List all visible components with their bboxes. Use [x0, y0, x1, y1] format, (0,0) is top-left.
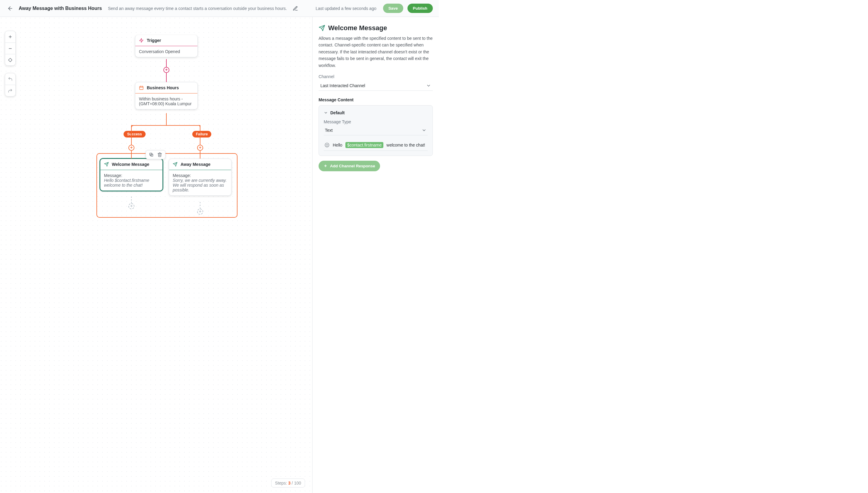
bolt-icon: [139, 38, 144, 43]
undo-icon: [8, 77, 13, 81]
plus-icon: [8, 35, 13, 39]
chevron-down-icon: [324, 111, 328, 115]
svg-point-16: [325, 143, 329, 147]
node-title: Business Hours: [147, 85, 179, 90]
node-message-body: Sorry, we are currently away. We will re…: [173, 178, 227, 192]
topbar: Away Message with Business Hours Send an…: [0, 0, 439, 17]
node-trigger[interactable]: Trigger Conversation Opened: [135, 35, 198, 57]
canvas-wrap: Trigger Conversation Opened + Business H…: [0, 17, 312, 493]
add-step-end-failure-button[interactable]: +: [197, 209, 203, 215]
node-title: Trigger: [147, 38, 161, 43]
add-channel-response-label: Add Channel Response: [330, 164, 375, 168]
send-icon: [173, 162, 178, 167]
node-away-message[interactable]: Away Message Message: Sorry, we are curr…: [169, 158, 231, 196]
history-toolbar: [5, 73, 16, 97]
message-type-label: Message Type: [324, 120, 428, 124]
crosshair-icon: [8, 58, 13, 62]
arrow-left-icon: [7, 5, 13, 12]
steps-current: 3: [288, 480, 291, 486]
channel-select[interactable]: Last Interacted Channel: [318, 81, 433, 91]
node-message-label: Message:: [173, 173, 227, 178]
message-type-value: Text: [325, 128, 333, 133]
branch-success-pill: Success: [124, 131, 146, 137]
add-step-end-success-button[interactable]: +: [128, 203, 134, 209]
send-icon: [104, 162, 109, 167]
publish-button[interactable]: Publish: [407, 4, 433, 13]
plus-icon: [324, 164, 328, 168]
recenter-button[interactable]: [5, 54, 15, 65]
branch-failure-pill: Failure: [192, 131, 211, 137]
add-step-button[interactable]: +: [163, 67, 170, 73]
steps-label: Steps:: [275, 480, 287, 486]
send-icon: [318, 25, 325, 31]
add-channel-response-button[interactable]: Add Channel Response: [318, 161, 380, 171]
node-title: Welcome Message: [112, 162, 149, 167]
msg-suffix: welcome to the chat!: [386, 143, 425, 147]
svg-point-17: [326, 145, 327, 145]
calendar-icon: [139, 85, 144, 90]
svg-rect-10: [139, 86, 143, 89]
inspector-description: Allows a message with the specified cont…: [318, 35, 433, 69]
rename-button[interactable]: [291, 4, 299, 13]
default-label: Default: [330, 110, 344, 115]
redo-button[interactable]: [5, 85, 15, 96]
node-business-hours[interactable]: Business Hours Within business hours - (…: [135, 82, 198, 109]
chevron-down-icon: [426, 83, 431, 88]
workflow-title: Away Message with Business Hours: [19, 6, 102, 11]
chevron-down-icon: [422, 128, 426, 133]
layout: Trigger Conversation Opened + Business H…: [0, 17, 439, 493]
last-updated-status: Last updated a few seconds ago: [315, 6, 376, 11]
minus-icon: [8, 46, 13, 51]
default-toggle[interactable]: Default: [324, 110, 428, 115]
node-body: Within business hours - (GMT+08:00) Kual…: [135, 93, 197, 109]
undo-button[interactable]: [5, 73, 15, 85]
node-message-label: Message:: [104, 173, 159, 178]
inspector-title-row: Welcome Message: [318, 24, 433, 32]
message-type-select[interactable]: Text: [324, 125, 428, 135]
workflow-subtitle: Send an away message every time a contac…: [108, 6, 287, 11]
variable-chip[interactable]: $contact.firstname: [346, 142, 383, 148]
inspector-panel: Welcome Message Allows a message with th…: [312, 17, 439, 493]
back-button[interactable]: [6, 4, 15, 13]
channel-value: Last Interacted Channel: [320, 83, 365, 88]
add-step-success-button[interactable]: +: [128, 145, 134, 151]
steps-sep: /: [292, 480, 293, 486]
steps-badge: Steps: 3 / 100: [271, 478, 305, 488]
duplicate-icon[interactable]: [149, 152, 154, 157]
node-body: Conversation Opened: [135, 46, 197, 57]
zoom-toolbar: [5, 31, 16, 66]
zoom-in-button[interactable]: [5, 31, 15, 43]
message-content-label: Message Content: [318, 98, 433, 102]
inspector-title: Welcome Message: [328, 24, 387, 32]
redo-icon: [8, 88, 13, 93]
pencil-icon: [293, 6, 298, 11]
svg-point-18: [328, 145, 328, 145]
save-button[interactable]: Save: [383, 4, 403, 13]
message-content-card: Default Message Type Text Hello $contact…: [318, 105, 433, 156]
svg-marker-9: [139, 38, 143, 42]
message-text-input[interactable]: Hello $contact.firstname welcome to the …: [324, 140, 428, 151]
zoom-out-button[interactable]: [5, 43, 15, 54]
node-message-body: Hello $contact.firstname welcome to the …: [104, 178, 159, 188]
trash-icon[interactable]: [157, 152, 162, 157]
emoji-icon[interactable]: [324, 142, 330, 148]
steps-max: 100: [294, 480, 301, 486]
node-title: Away Message: [180, 162, 210, 167]
add-step-failure-button[interactable]: +: [197, 145, 203, 151]
node-welcome-message[interactable]: Welcome Message Message: Hello $contact.…: [100, 158, 163, 191]
channel-label: Channel: [318, 74, 433, 79]
svg-point-4: [9, 59, 12, 61]
node-mini-toolbar: [146, 150, 165, 159]
msg-prefix: Hello: [333, 143, 342, 147]
